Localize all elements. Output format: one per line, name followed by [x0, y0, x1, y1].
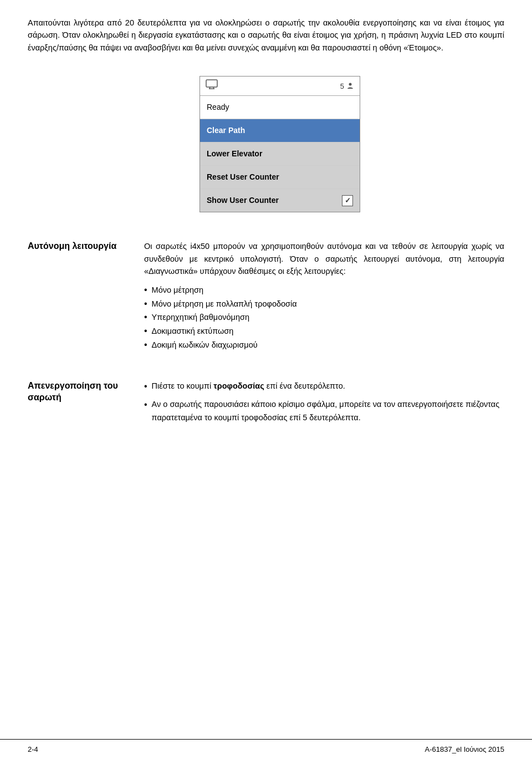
list-item: Πιέστε το κουμπί τροφοδοσίας επί ένα δευ…	[144, 380, 504, 394]
screen-mockup: 5 Ready Clear Path Lower Elevator Reset …	[200, 76, 360, 212]
menu-item-show-counter[interactable]: Show User Counter	[200, 189, 360, 212]
autonomous-body: Οι σαρωτές i4x50 μπορούν να χρησιμοποιηθ…	[144, 240, 504, 277]
autonomous-heading-col: Αυτόνομη λειτουργία	[28, 240, 127, 352]
top-paragraph: Απαιτούνται λιγότερα από 20 δευτερόλεπτα…	[28, 17, 504, 54]
screen-header: 5	[200, 77, 360, 96]
list-item: Αν ο σαρωτής παρουσιάσει κάποιο κρίσιμο …	[144, 398, 504, 425]
footer-document-info: A-61837_el Ιούνιος 2015	[425, 744, 504, 755]
person-icon	[346, 82, 354, 90]
list-item: Δοκιμή κωδικών διαχωρισμού	[144, 338, 504, 352]
user-count: 5	[340, 81, 344, 92]
top-text-section: Απαιτούνται λιγότερα από 20 δευτερόλεπτα…	[0, 0, 532, 65]
autonomous-bullet-list: Μόνο μέτρηση Μόνο μέτρηση με πολλαπλή τρ…	[144, 283, 504, 352]
svg-rect-0	[206, 80, 217, 87]
list-item: Δοκιμαστική εκτύπωση	[144, 324, 504, 338]
page-container: Απαιτούνται λιγότερα από 20 δευτερόλεπτα…	[0, 0, 532, 759]
autonomous-section: Αυτόνομη λειτουργία Οι σαρωτές i4x50 μπο…	[0, 229, 532, 363]
page-footer: 2-4 A-61837_el Ιούνιος 2015	[0, 739, 532, 760]
screen-mockup-container: 5 Ready Clear Path Lower Elevator Reset …	[0, 76, 532, 212]
menu-item-clear-path[interactable]: Clear Path	[200, 119, 360, 142]
autonomous-heading: Αυτόνομη λειτουργία	[28, 241, 116, 251]
screen-header-count: 5	[340, 81, 354, 92]
list-item: Μόνο μέτρηση με πολλαπλή τροφοδοσία	[144, 297, 504, 311]
deactivation-heading: Απενεργοποίηση του σαρωτή	[28, 380, 127, 429]
list-item: Μόνο μέτρηση	[144, 283, 504, 297]
deactivation-bullet-list: Πιέστε το κουμπί τροφοδοσίας επί ένα δευ…	[144, 380, 504, 425]
monitor-icon	[206, 79, 218, 93]
menu-item-reset-counter[interactable]: Reset User Counter	[200, 166, 360, 189]
deactivation-section: Απενεργοποίηση του σαρωτή Πιέστε το κουμ…	[0, 363, 532, 440]
svg-point-4	[349, 83, 352, 86]
menu-item-ready[interactable]: Ready	[200, 96, 360, 119]
menu-item-lower-elevator[interactable]: Lower Elevator	[200, 142, 360, 166]
list-item: Υπερηχητική βαθμονόμηση	[144, 310, 504, 324]
footer-page-number: 2-4	[28, 744, 38, 755]
autonomous-content-col: Οι σαρωτές i4x50 μπορούν να χρησιμοποιηθ…	[144, 240, 504, 352]
deactivation-content-col: Πιέστε το κουμπί τροφοδοσίας επί ένα δευ…	[144, 380, 504, 429]
checkmark-box	[342, 195, 353, 206]
